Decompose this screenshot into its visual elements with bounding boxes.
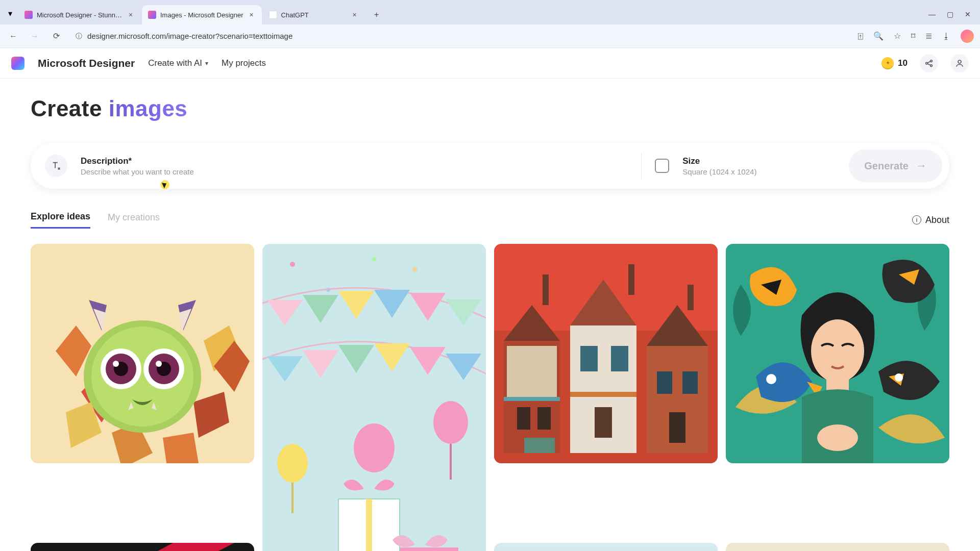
generate-button[interactable]: Generate → <box>849 149 942 182</box>
browser-tab-strip: ▾ Microsoft Designer - Stunning × Images… <box>0 0 980 24</box>
svg-point-16 <box>156 361 162 367</box>
zoom-icon[interactable]: 🔍 <box>873 31 884 41</box>
browser-tab[interactable]: Microsoft Designer - Stunning × <box>18 5 141 24</box>
idea-card[interactable] <box>726 543 949 551</box>
app-header: Microsoft Designer Create with AI ▾ My p… <box>0 48 980 79</box>
svg-rect-87 <box>726 543 949 551</box>
chevron-down-icon: ▾ <box>205 60 208 67</box>
info-icon: i <box>912 215 921 224</box>
title-accent: images <box>109 96 188 121</box>
idea-card[interactable] <box>31 543 254 551</box>
ideas-gallery <box>31 244 949 551</box>
bookmark-icon[interactable]: ☆ <box>894 31 901 41</box>
url-text: designer.microsoft.com/image-creator?sce… <box>87 32 292 40</box>
about-link[interactable]: i About <box>912 215 949 226</box>
favicon-icon <box>269 11 277 19</box>
about-label: About <box>925 215 949 226</box>
nav-my-projects[interactable]: My projects <box>222 58 266 68</box>
generate-label: Generate <box>864 160 909 172</box>
page-title: Create images <box>31 96 949 121</box>
share-icon[interactable] <box>920 54 938 72</box>
idea-card[interactable] <box>494 244 718 463</box>
brand-name[interactable]: Microsoft Designer <box>38 57 135 69</box>
forward-icon[interactable]: → <box>28 29 42 43</box>
coin-icon: ✦ <box>881 57 894 69</box>
svg-rect-65 <box>669 412 685 443</box>
close-icon[interactable]: × <box>127 11 135 19</box>
credits-display[interactable]: ✦ 10 <box>881 57 908 69</box>
svg-rect-80 <box>494 543 718 551</box>
favicon-icon <box>148 11 156 19</box>
size-field[interactable]: Size Square (1024 x 1024) <box>655 156 849 176</box>
svg-rect-26 <box>450 444 452 480</box>
tab-title: Microsoft Designer - Stunning <box>37 11 122 19</box>
profile-avatar-icon[interactable] <box>961 30 974 43</box>
svg-rect-63 <box>657 371 672 394</box>
reload-icon[interactable]: ⟳ <box>49 29 63 43</box>
svg-point-22 <box>372 257 376 261</box>
browser-tab[interactable]: ChatGPT × <box>263 5 365 24</box>
tab-my-creations[interactable]: My creations <box>108 212 160 228</box>
nav-create-with-ai[interactable]: Create with AI ▾ <box>148 58 208 68</box>
size-value: Square (1024 x 1024) <box>682 167 756 176</box>
arrow-right-icon: → <box>916 159 927 172</box>
nav-label: Create with AI <box>148 58 202 68</box>
favicon-icon <box>24 11 33 19</box>
svg-point-73 <box>766 374 776 384</box>
account-icon[interactable] <box>950 54 969 72</box>
app-logo-icon[interactable] <box>11 57 24 70</box>
new-tab-button[interactable]: + <box>369 7 384 22</box>
svg-rect-52 <box>507 346 557 397</box>
svg-point-75 <box>811 319 864 383</box>
credits-count: 10 <box>898 58 908 68</box>
extensions-icon[interactable]: ⌑ <box>911 31 915 41</box>
svg-rect-69 <box>504 397 560 401</box>
tab-search-dropdown-icon[interactable]: ▾ <box>4 7 16 19</box>
idea-card[interactable] <box>494 543 718 551</box>
content-tabs: Explore ideas My creations i About <box>31 211 949 229</box>
svg-line-4 <box>927 63 930 65</box>
svg-point-15 <box>113 361 119 367</box>
minimize-icon[interactable]: — <box>928 10 936 18</box>
svg-line-3 <box>927 61 930 63</box>
site-info-icon[interactable]: ⓘ <box>76 32 82 41</box>
close-icon[interactable]: × <box>248 11 256 19</box>
svg-rect-24 <box>291 483 293 513</box>
tab-title: Images - Microsoft Designer <box>160 11 243 19</box>
svg-point-18 <box>290 262 295 267</box>
svg-point-77 <box>817 424 858 451</box>
svg-rect-58 <box>580 346 598 371</box>
tab-explore-ideas[interactable]: Explore ideas <box>31 211 90 229</box>
svg-point-5 <box>958 60 961 63</box>
svg-rect-55 <box>537 407 551 430</box>
idea-card[interactable] <box>726 244 949 463</box>
svg-point-27 <box>354 423 395 472</box>
install-app-icon[interactable]: ⍐ <box>858 32 863 41</box>
svg-point-74 <box>895 373 903 382</box>
address-bar[interactable]: ⓘ designer.microsoft.com/image-creator?s… <box>70 28 851 45</box>
description-label: Description* <box>81 156 194 166</box>
svg-point-23 <box>277 444 308 483</box>
reading-list-icon[interactable]: ≣ <box>925 31 932 41</box>
close-window-icon[interactable]: ✕ <box>965 10 971 18</box>
svg-rect-60 <box>595 407 612 438</box>
close-icon[interactable]: × <box>351 11 359 19</box>
description-field[interactable]: Description* Describe what you want to c… <box>45 155 628 177</box>
divider <box>641 153 642 179</box>
svg-rect-66 <box>543 274 549 305</box>
text-prompt-icon <box>45 155 67 177</box>
downloads-icon[interactable]: ⭳ <box>942 32 950 41</box>
maximize-icon[interactable]: ▢ <box>947 10 953 18</box>
page-content: Create images Description* Describe what… <box>0 79 980 551</box>
tab-title: ChatGPT <box>281 11 347 19</box>
square-size-icon <box>655 159 669 173</box>
browser-tab[interactable]: Images - Microsoft Designer × <box>142 5 262 24</box>
idea-card[interactable] <box>262 244 486 551</box>
idea-card[interactable] <box>31 244 254 463</box>
svg-rect-40 <box>366 499 372 551</box>
back-icon[interactable]: ← <box>6 29 20 43</box>
svg-rect-71 <box>524 438 555 453</box>
window-controls: — ▢ ✕ <box>928 10 976 18</box>
svg-rect-70 <box>570 392 636 397</box>
svg-rect-54 <box>517 407 530 430</box>
